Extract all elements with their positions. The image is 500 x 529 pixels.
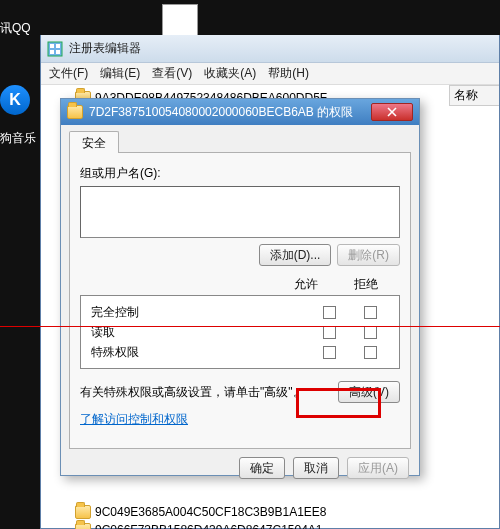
group-users-list[interactable] — [80, 186, 400, 238]
kugou-icon[interactable]: K — [0, 85, 30, 115]
permissions-box: 完全控制 读取 特殊权限 — [80, 295, 400, 369]
regedit-icon — [47, 41, 63, 57]
regedit-title-text: 注册表编辑器 — [69, 40, 141, 57]
svg-rect-3 — [50, 50, 54, 54]
tree-item-label: 9C049E3685A004C50CF18C3B9B1A1EE8 — [95, 505, 327, 519]
cancel-button[interactable]: 取消 — [293, 457, 339, 479]
menu-favorites[interactable]: 收藏夹(A) — [204, 65, 256, 82]
dialog-title-text: 7D2F387510054080002000060BECB6AB 的权限 — [89, 104, 353, 121]
deny-header: 拒绝 — [354, 276, 378, 293]
regedit-titlebar[interactable]: 注册表编辑器 — [41, 35, 499, 63]
tab-security[interactable]: 安全 — [69, 131, 119, 153]
allow-checkbox[interactable] — [323, 306, 336, 319]
apply-button: 应用(A) — [347, 457, 409, 479]
advanced-hint: 有关特殊权限或高级设置，请单击"高级"。 — [80, 385, 330, 399]
folder-icon — [75, 505, 91, 519]
menubar: 文件(F) 编辑(E) 查看(V) 收藏夹(A) 帮助(H) — [41, 63, 499, 85]
deny-checkbox[interactable] — [364, 346, 377, 359]
menu-edit[interactable]: 编辑(E) — [100, 65, 140, 82]
dialog-button-row: 确定 取消 应用(A) — [61, 449, 419, 487]
column-header-name[interactable]: 名称 — [449, 85, 499, 106]
remove-button: 删除(R) — [337, 244, 400, 266]
svg-rect-4 — [56, 50, 60, 54]
perm-name: 读取 — [91, 324, 323, 341]
advanced-button[interactable]: 高级(V) — [338, 381, 400, 403]
add-button[interactable]: 添加(D)... — [259, 244, 332, 266]
music-label: 狗音乐 — [0, 130, 36, 147]
deny-checkbox[interactable] — [364, 326, 377, 339]
qq-label: 讯QQ — [0, 20, 40, 37]
perm-row-read: 读取 — [91, 322, 389, 342]
permissions-dialog: 7D2F387510054080002000060BECB6AB 的权限 安全 … — [60, 98, 420, 476]
group-users-label: 组或用户名(G): — [80, 165, 400, 182]
tab-row: 安全 — [69, 131, 411, 153]
allow-checkbox[interactable] — [323, 326, 336, 339]
ok-button[interactable]: 确定 — [239, 457, 285, 479]
deny-checkbox[interactable] — [364, 306, 377, 319]
folder-icon — [75, 523, 91, 529]
menu-view[interactable]: 查看(V) — [152, 65, 192, 82]
tree-item-label: 9C066F73BB1586D439A6D8647C1504A1 — [95, 523, 323, 529]
perm-name: 完全控制 — [91, 304, 323, 321]
menu-help[interactable]: 帮助(H) — [268, 65, 309, 82]
perm-row-special: 特殊权限 — [91, 342, 389, 362]
allow-checkbox[interactable] — [323, 346, 336, 359]
allow-header: 允许 — [294, 276, 318, 293]
perm-row-full: 完全控制 — [91, 302, 389, 322]
tree-item[interactable]: 9C066F73BB1586D439A6D8647C1504A1 — [47, 521, 499, 529]
permissions-header: 允许 拒绝 — [80, 276, 400, 293]
menu-file[interactable]: 文件(F) — [49, 65, 88, 82]
tree-item[interactable]: 9C049E3685A004C50CF18C3B9B1A1EE8 — [47, 503, 499, 521]
close-button[interactable] — [371, 103, 413, 121]
folder-icon — [67, 105, 83, 119]
learn-link[interactable]: 了解访问控制和权限 — [80, 411, 188, 428]
svg-rect-2 — [56, 44, 60, 48]
security-panel: 组或用户名(G): 添加(D)... 删除(R) 允许 拒绝 完全控制 读取 特… — [69, 153, 411, 449]
svg-rect-1 — [50, 44, 54, 48]
dialog-titlebar[interactable]: 7D2F387510054080002000060BECB6AB 的权限 — [61, 99, 419, 125]
close-icon — [387, 107, 397, 117]
perm-name: 特殊权限 — [91, 344, 323, 361]
